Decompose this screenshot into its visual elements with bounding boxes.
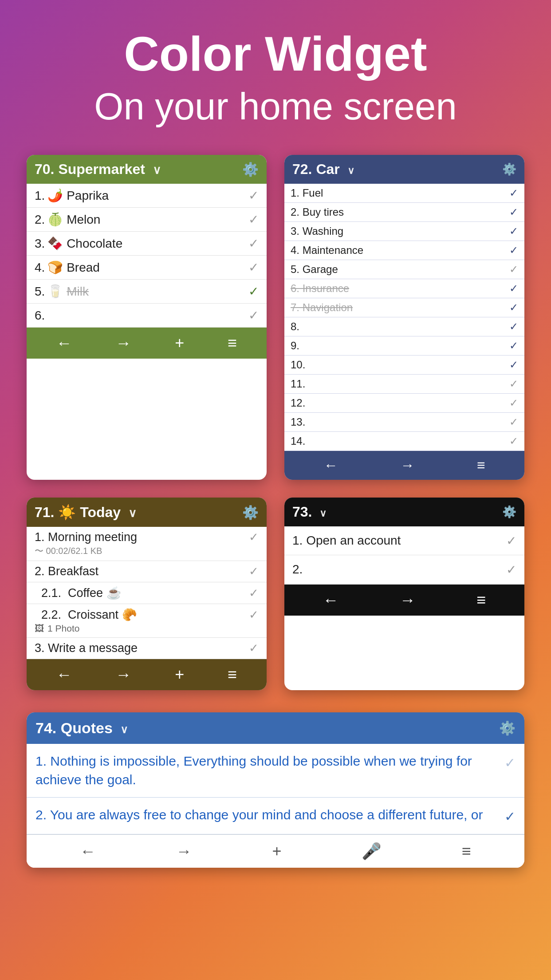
- check-icon: ✓: [509, 225, 518, 237]
- list-item: 2.🍈 Melon ✓: [27, 208, 267, 232]
- widget-quotes-title: 74. Quotes ∨: [35, 719, 128, 737]
- app-subtitle: On your home screen: [18, 85, 533, 128]
- list-item: 1. Nothing is impossible, Everything sho…: [27, 744, 524, 798]
- list-item: 1. Morning meeting ✓ 〜 00:02/62.1 KB: [27, 527, 267, 561]
- check-icon: ✓: [509, 359, 518, 371]
- list-item: 5. Garage ✓: [284, 260, 524, 279]
- nav-next-button[interactable]: →: [176, 842, 192, 861]
- check-icon: ✓: [506, 533, 516, 548]
- check-icon: ✓: [248, 260, 259, 275]
- add-button[interactable]: +: [175, 334, 184, 352]
- widget-73-body: 1. Open an account ✓ 2. ✓: [284, 526, 524, 585]
- nav-next-button[interactable]: →: [116, 665, 132, 684]
- widget-supermarket-header: 70. Supermarket ∨ ⚙️: [27, 155, 267, 184]
- list-item: 7. Navigation ✓: [284, 298, 524, 317]
- gear-icon[interactable]: ⚙️: [502, 505, 516, 519]
- widget-supermarket-footer: ← → + ≡: [27, 328, 267, 359]
- list-item: 3. Write a message ✓: [27, 638, 267, 659]
- check-icon: ✓: [509, 416, 518, 428]
- check-icon: ✓: [249, 565, 259, 578]
- check-icon: ✓: [509, 187, 518, 199]
- mic-button[interactable]: 🎤: [362, 842, 382, 861]
- widget-quotes: 74. Quotes ∨ ⚙️ 1. Nothing is impossible…: [27, 712, 524, 868]
- check-icon: ✓: [509, 263, 518, 276]
- widget-quotes-footer: ← → + 🎤 ≡: [27, 834, 524, 868]
- menu-button[interactable]: ≡: [228, 665, 237, 684]
- header: Color Widget On your home screen: [0, 0, 551, 146]
- widget-supermarket-title: 70. Supermarket ∨: [35, 161, 161, 178]
- menu-button[interactable]: ≡: [476, 591, 486, 609]
- widget-today-header: 71. ☀️ Today ∨ ⚙️: [27, 498, 267, 527]
- menu-button[interactable]: ≡: [228, 334, 237, 352]
- widget-today: 71. ☀️ Today ∨ ⚙️ 1. Morning meeting ✓ 〜…: [27, 498, 267, 690]
- sub-text: 〜 00:02/62.1 KB: [35, 545, 259, 557]
- app-title: Color Widget: [18, 27, 533, 80]
- check-icon: ✓: [509, 340, 518, 352]
- check-icon: ✓: [248, 236, 259, 251]
- nav-prev-button[interactable]: ←: [323, 457, 338, 474]
- list-item: 5.🥛 Milk ✓: [27, 280, 267, 304]
- menu-button[interactable]: ≡: [462, 842, 471, 861]
- photo-row: 🖼 1 Photo: [35, 623, 259, 634]
- check-icon: ✓: [509, 244, 518, 257]
- list-item: 6. ✓: [27, 304, 267, 328]
- widget-supermarket-body: 1.🌶️ Paprika ✓ 2.🍈 Melon ✓ 3.🍫 Chocolate…: [27, 184, 267, 328]
- list-item: 2. Buy tires ✓: [284, 203, 524, 222]
- check-icon: ✓: [509, 206, 518, 218]
- check-icon: ✓: [509, 282, 518, 295]
- list-item: 10. ✓: [284, 356, 524, 375]
- list-item: 1. Fuel ✓: [284, 184, 524, 203]
- check-icon: ✓: [509, 397, 518, 409]
- list-item: 1.🌶️ Paprika ✓: [27, 184, 267, 208]
- check-icon: ✓: [248, 308, 259, 323]
- nav-next-button[interactable]: →: [116, 334, 132, 352]
- list-item: 2. ✓: [284, 555, 524, 584]
- nav-next-button[interactable]: →: [400, 457, 414, 474]
- list-item: 2. You are always free to change your mi…: [27, 798, 524, 834]
- widget-quotes-header: 74. Quotes ∨ ⚙️: [27, 712, 524, 744]
- list-item: 4. Maintenance ✓: [284, 241, 524, 260]
- check-icon: ✓: [249, 608, 259, 622]
- check-icon: ✓: [504, 807, 516, 826]
- add-button[interactable]: +: [272, 842, 281, 861]
- check-icon: ✓: [248, 212, 259, 227]
- widget-73-footer: ← → ≡: [284, 585, 524, 616]
- gear-icon[interactable]: ⚙️: [242, 505, 259, 520]
- list-item: 2.1. Coffee ☕ ✓: [27, 582, 267, 604]
- check-icon: ✓: [248, 284, 259, 299]
- check-icon: ✓: [509, 301, 518, 314]
- check-icon: ✓: [509, 435, 518, 447]
- gear-icon[interactable]: ⚙️: [242, 162, 259, 177]
- list-item: 14. ✓: [284, 432, 524, 451]
- list-item: 3. Washing ✓: [284, 222, 524, 241]
- check-icon: ✓: [506, 562, 516, 577]
- widget-car: 72. Car ∨ ⚙️ 1. Fuel ✓ 2. Buy tires ✓ 3.…: [284, 155, 524, 480]
- nav-prev-button[interactable]: ←: [323, 591, 339, 609]
- menu-button[interactable]: ≡: [477, 457, 485, 474]
- widget-today-body: 1. Morning meeting ✓ 〜 00:02/62.1 KB 2. …: [27, 527, 267, 659]
- nav-prev-button[interactable]: ←: [80, 842, 96, 861]
- list-item: 13. ✓: [284, 413, 524, 432]
- gear-icon[interactable]: ⚙️: [502, 162, 516, 176]
- check-icon: ✓: [249, 641, 259, 655]
- widget-73-header: 73. ∨ ⚙️: [284, 498, 524, 526]
- list-item: 1. Open an account ✓: [284, 526, 524, 555]
- list-item: 11. ✓: [284, 375, 524, 394]
- check-icon: ✓: [249, 530, 259, 544]
- widget-today-footer: ← → + ≡: [27, 659, 267, 690]
- widget-car-header: 72. Car ∨ ⚙️: [284, 155, 524, 184]
- list-item: 9. ✓: [284, 336, 524, 356]
- list-item: 2.2. Croissant 🥐 ✓ 🖼 1 Photo: [27, 604, 267, 638]
- nav-prev-button[interactable]: ←: [56, 334, 72, 352]
- widget-73: 73. ∨ ⚙️ 1. Open an account ✓ 2. ✓ ← → ≡: [284, 498, 524, 690]
- nav-next-button[interactable]: →: [400, 591, 416, 609]
- add-button[interactable]: +: [175, 665, 184, 684]
- gear-icon[interactable]: ⚙️: [499, 720, 516, 736]
- widget-quotes-body: 1. Nothing is impossible, Everything sho…: [27, 744, 524, 834]
- nav-prev-button[interactable]: ←: [56, 665, 72, 684]
- widget-car-title: 72. Car ∨: [292, 161, 354, 178]
- check-icon: ✓: [249, 586, 259, 600]
- list-item: 4.🍞 Bread ✓: [27, 256, 267, 280]
- check-icon: ✓: [504, 754, 516, 772]
- list-item: 3.🍫 Chocolate ✓: [27, 232, 267, 256]
